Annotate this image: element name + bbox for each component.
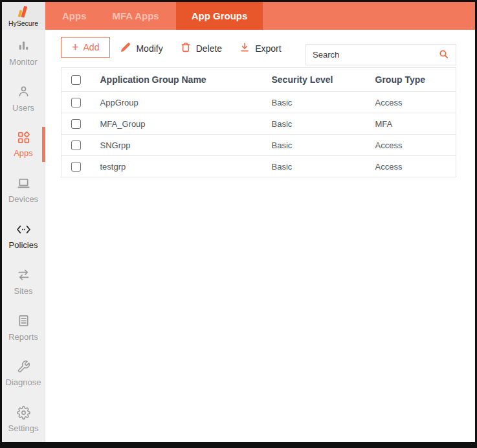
export-button[interactable]: Export [239, 42, 281, 54]
tab-mfa-apps[interactable]: MFA Apps [104, 2, 168, 30]
cell-group-type: Access [375, 92, 456, 113]
table-row: AppGroup Basic Access [61, 92, 456, 113]
sidebar-item-devices[interactable]: Devices [2, 167, 45, 213]
plus-icon: + [72, 43, 79, 52]
hysecure-logo-icon [15, 5, 32, 19]
sidebar: HySecure Monitor [2, 2, 45, 442]
tab-label: MFA Apps [113, 10, 159, 21]
add-button-label: Add [83, 42, 100, 52]
sidebar-item-diagnose[interactable]: Diagnose [2, 350, 45, 396]
app-window: HySecure Monitor [0, 0, 477, 448]
cell-security-level: Basic [272, 92, 375, 113]
search-input[interactable] [313, 50, 438, 60]
cell-group-name: AppGroup [100, 92, 272, 113]
cell-group-name: MFA_Group [100, 113, 272, 135]
sidebar-item-label: Devices [8, 194, 38, 204]
wrench-icon [17, 359, 30, 374]
delete-button[interactable]: Delete [181, 42, 222, 54]
select-all-checkbox[interactable] [71, 75, 81, 85]
brand-name: HySecure [8, 19, 38, 27]
sidebar-item-label: Apps [14, 148, 33, 158]
col-header-application-group-name: Application Group Name [100, 68, 272, 92]
app-groups-page: + Add Modify [45, 30, 475, 442]
pencil-icon [120, 42, 131, 54]
sidebar-item-sites[interactable]: Sites [2, 259, 45, 305]
tab-app-groups[interactable]: App Groups [176, 2, 263, 30]
cell-security-level: Basic [272, 113, 375, 135]
cell-security-level: Basic [272, 135, 375, 156]
magnifier-icon [438, 49, 449, 62]
sidebar-item-label: Reports [8, 332, 38, 342]
gear-icon [17, 405, 30, 420]
cell-group-name: testgrp [100, 156, 272, 177]
sidebar-item-label: Diagnose [6, 377, 41, 387]
tab-label: App Groups [192, 10, 248, 21]
modify-button-label: Modify [136, 43, 162, 54]
table-header-row: Application Group Name Security Level Gr… [61, 68, 456, 92]
table-row: SNGrpp Basic Access [61, 135, 456, 156]
cell-security-level: Basic [272, 156, 375, 177]
tab-label: Apps [62, 10, 87, 21]
sidebar-item-apps[interactable]: Apps [2, 122, 45, 168]
row-checkbox[interactable] [71, 119, 81, 129]
app-grid-icon [17, 130, 30, 144]
sidebar-item-label: Users [12, 103, 34, 113]
table-row: testgrp Basic Access [61, 156, 456, 177]
sidebar-item-label: Sites [14, 286, 33, 296]
search-box [305, 44, 456, 65]
sidebar-item-label: Monitor [9, 57, 37, 67]
sidebar-item-policies[interactable]: Policies [2, 213, 45, 259]
tab-bar: Apps MFA Apps App Groups [45, 2, 475, 30]
sidebar-item-users[interactable]: Users [2, 76, 45, 122]
swap-arrows-icon [17, 268, 30, 282]
row-checkbox[interactable] [71, 162, 81, 172]
person-icon [17, 85, 30, 99]
export-button-label: Export [255, 43, 281, 54]
delete-button-label: Delete [196, 43, 222, 54]
add-button[interactable]: + Add [61, 37, 110, 58]
brand-logo: HySecure [2, 2, 45, 30]
sidebar-nav: Monitor Users [2, 30, 45, 442]
trash-icon [181, 42, 191, 54]
laptop-icon [17, 176, 30, 190]
sidebar-item-reports[interactable]: Reports [2, 305, 45, 351]
sidebar-item-settings[interactable]: Settings [2, 396, 45, 442]
cell-group-name: SNGrpp [100, 135, 272, 156]
search-button[interactable] [438, 49, 449, 62]
download-icon [239, 42, 250, 54]
sidebar-item-label: Settings [8, 423, 39, 433]
col-header-group-type: Group Type [375, 68, 456, 92]
col-header-security-level: Security Level [272, 68, 375, 92]
bar-chart-icon [17, 39, 30, 53]
code-brackets-icon [16, 222, 31, 236]
toolbar: + Add Modify [61, 37, 456, 65]
cell-group-type: Access [375, 135, 456, 156]
app-groups-table: Application Group Name Security Level Gr… [61, 67, 456, 177]
main-content: Apps MFA Apps App Groups + Add [45, 2, 475, 442]
cell-group-type: MFA [375, 113, 456, 135]
table-row: MFA_Group Basic MFA [61, 113, 456, 135]
tab-apps[interactable]: Apps [53, 2, 96, 30]
document-icon [17, 314, 30, 328]
modify-button[interactable]: Modify [120, 42, 162, 54]
row-checkbox[interactable] [71, 140, 81, 150]
row-checkbox[interactable] [71, 98, 81, 107]
sidebar-item-label: Policies [9, 240, 38, 250]
cell-group-type: Access [375, 156, 456, 177]
sidebar-item-monitor[interactable]: Monitor [2, 30, 45, 76]
